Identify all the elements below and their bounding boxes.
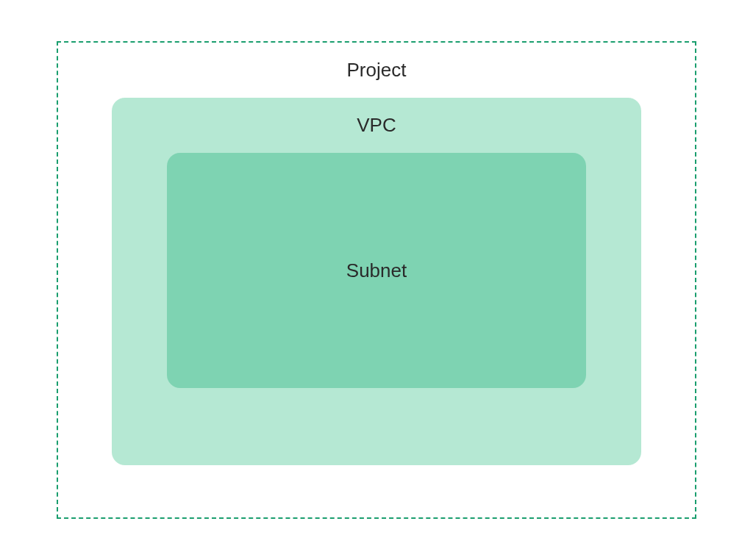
- subnet-label: Subnet: [346, 259, 407, 282]
- project-label: Project: [347, 59, 407, 82]
- vpc-container: VPC Subnet: [112, 98, 641, 465]
- vpc-label: VPC: [357, 114, 396, 137]
- project-container: Project VPC Subnet: [57, 41, 696, 519]
- subnet-container: Subnet: [167, 153, 586, 388]
